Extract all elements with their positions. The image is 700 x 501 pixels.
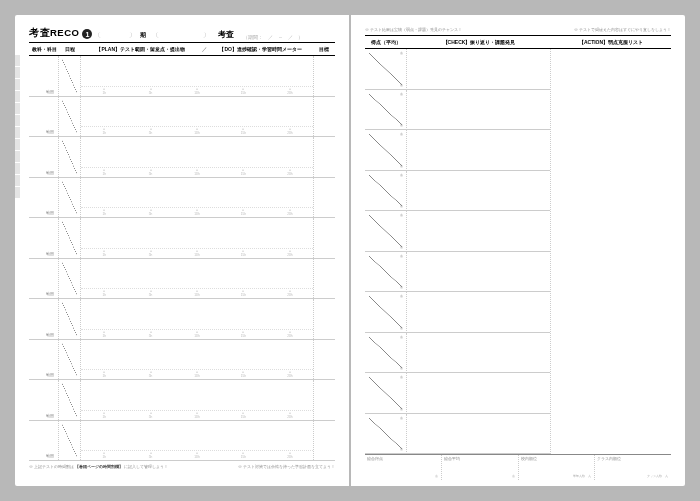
date-cell[interactable] [59, 421, 81, 461]
study-hour-meter[interactable]: 1h5h10h15h20h [81, 127, 313, 136]
score-cell[interactable]: 点点 [365, 171, 407, 212]
meter-tick: 10h [174, 88, 220, 95]
meter-tick: 15h [220, 412, 266, 419]
study-hour-meter[interactable]: 1h5h10h15h20h [81, 330, 313, 339]
check-cell[interactable] [407, 333, 550, 374]
plan-area[interactable] [81, 421, 313, 452]
summary-cell[interactable]: 総合得点点 [365, 455, 442, 480]
check-cell[interactable] [407, 90, 550, 131]
subject-cell[interactable]: 範囲 [29, 178, 59, 218]
study-hour-meter[interactable]: 1h5h10h15h20h [81, 249, 313, 258]
date-cell[interactable] [59, 97, 81, 137]
goal-cell[interactable] [313, 137, 335, 177]
subject-cell[interactable]: 範囲 [29, 299, 59, 339]
date-cell[interactable] [59, 178, 81, 218]
goal-cell[interactable] [313, 97, 335, 137]
study-hour-meter[interactable]: 1h5h10h15h20h [81, 411, 313, 420]
plan-do-cell[interactable]: 1h5h10h15h20h [81, 56, 313, 96]
plan-do-cell[interactable]: 1h5h10h15h20h [81, 421, 313, 461]
subject-row[interactable]: 範囲1h5h10h15h20h [29, 421, 335, 462]
goal-cell[interactable] [313, 380, 335, 420]
plan-do-cell[interactable]: 1h5h10h15h20h [81, 259, 313, 299]
check-cell[interactable] [407, 252, 550, 293]
score-cell[interactable]: 点点 [365, 252, 407, 293]
plan-do-cell[interactable]: 1h5h10h15h20h [81, 299, 313, 339]
score-cell[interactable]: 点点 [365, 333, 407, 374]
subject-row[interactable]: 範囲1h5h10h15h20h [29, 299, 335, 340]
action-column-grid[interactable] [551, 49, 671, 454]
check-cell[interactable] [407, 49, 550, 90]
subject-row[interactable]: 範囲1h5h10h15h20h [29, 178, 335, 219]
goal-cell[interactable] [313, 299, 335, 339]
goal-cell[interactable] [313, 421, 335, 461]
summary-cell[interactable]: 総合平均点 [442, 455, 519, 480]
check-cell[interactable] [407, 130, 550, 171]
plan-do-cell[interactable]: 1h5h10h15h20h [81, 340, 313, 380]
exam-bracket-close: 〕 [203, 31, 209, 40]
plan-area[interactable] [81, 380, 313, 411]
summary-cell[interactable]: クラス内順位クラス人数 人 [595, 455, 671, 480]
summary-cell[interactable]: 校内順位学年人数 人 [519, 455, 596, 480]
check-cell[interactable] [407, 292, 550, 333]
plan-area[interactable] [81, 56, 313, 87]
goal-cell[interactable] [313, 178, 335, 218]
subject-cell[interactable]: 範囲 [29, 56, 59, 96]
subject-row[interactable]: 範囲1h5h10h15h20h [29, 56, 335, 97]
check-cell[interactable] [407, 171, 550, 212]
plan-area[interactable] [81, 259, 313, 290]
study-hour-meter[interactable]: 1h5h10h15h20h [81, 451, 313, 460]
subject-cell[interactable]: 範囲 [29, 218, 59, 258]
points-suffix-bottom: 点 [400, 447, 403, 451]
plan-do-cell[interactable]: 1h5h10h15h20h [81, 218, 313, 258]
subject-cell[interactable]: 範囲 [29, 137, 59, 177]
study-hour-meter[interactable]: 1h5h10h15h20h [81, 208, 313, 217]
goal-cell[interactable] [313, 340, 335, 380]
score-cell[interactable]: 点点 [365, 414, 407, 455]
date-cell[interactable] [59, 56, 81, 96]
goal-cell[interactable] [313, 218, 335, 258]
plan-area[interactable] [81, 137, 313, 168]
subject-cell[interactable]: 範囲 [29, 340, 59, 380]
date-cell[interactable] [59, 218, 81, 258]
subject-row[interactable]: 範囲1h5h10h15h20h [29, 380, 335, 421]
score-cell[interactable]: 点点 [365, 49, 407, 90]
subject-cell[interactable]: 範囲 [29, 380, 59, 420]
meter-tick: 15h [220, 371, 266, 378]
plan-area[interactable] [81, 97, 313, 128]
score-cell[interactable]: 点点 [365, 211, 407, 252]
subject-cell[interactable]: 範囲 [29, 97, 59, 137]
score-cell[interactable]: 点点 [365, 90, 407, 131]
subject-row[interactable]: 範囲1h5h10h15h20h [29, 97, 335, 138]
plan-do-cell[interactable]: 1h5h10h15h20h [81, 97, 313, 137]
date-cell[interactable] [59, 380, 81, 420]
study-hour-meter[interactable]: 1h5h10h15h20h [81, 370, 313, 379]
date-cell[interactable] [59, 340, 81, 380]
subject-row[interactable]: 範囲1h5h10h15h20h [29, 218, 335, 259]
plan-do-cell[interactable]: 1h5h10h15h20h [81, 137, 313, 177]
study-hour-meter[interactable]: 1h5h10h15h20h [81, 87, 313, 96]
subject-cell[interactable]: 範囲 [29, 421, 59, 461]
subject-row[interactable]: 範囲1h5h10h15h20h [29, 340, 335, 381]
plan-area[interactable] [81, 178, 313, 209]
date-cell[interactable] [59, 299, 81, 339]
plan-do-cell[interactable]: 1h5h10h15h20h [81, 380, 313, 420]
score-cell[interactable]: 点点 [365, 130, 407, 171]
plan-area[interactable] [81, 218, 313, 249]
date-cell[interactable] [59, 137, 81, 177]
subject-row[interactable]: 範囲1h5h10h15h20h [29, 259, 335, 300]
subject-row[interactable]: 範囲1h5h10h15h20h [29, 137, 335, 178]
date-cell[interactable] [59, 259, 81, 299]
plan-area[interactable] [81, 340, 313, 371]
goal-cell[interactable] [313, 259, 335, 299]
goal-cell[interactable] [313, 56, 335, 96]
plan-area[interactable] [81, 299, 313, 330]
check-cell[interactable] [407, 211, 550, 252]
subject-cell[interactable]: 範囲 [29, 259, 59, 299]
score-cell[interactable]: 点点 [365, 292, 407, 333]
study-hour-meter[interactable]: 1h5h10h15h20h [81, 289, 313, 298]
plan-do-cell[interactable]: 1h5h10h15h20h [81, 178, 313, 218]
study-hour-meter[interactable]: 1h5h10h15h20h [81, 168, 313, 177]
check-cell[interactable] [407, 373, 550, 414]
score-cell[interactable]: 点点 [365, 373, 407, 414]
check-cell[interactable] [407, 414, 550, 455]
